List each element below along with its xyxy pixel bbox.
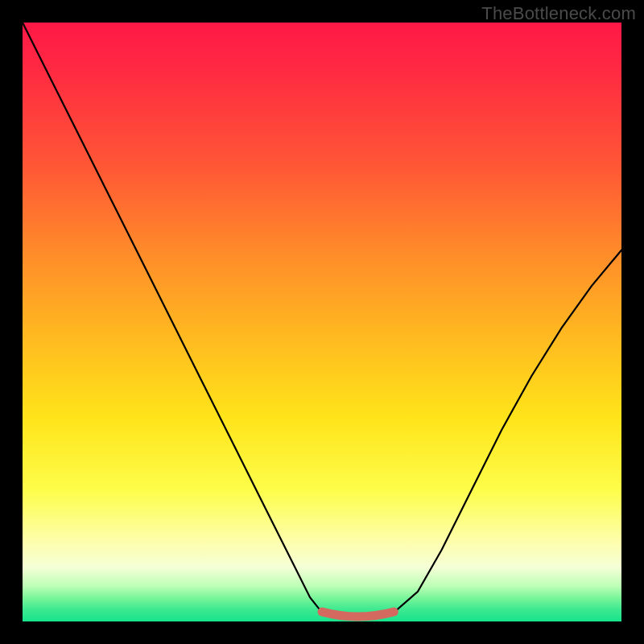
curve-svg [23,23,621,621]
chart-frame: TheBottleneck.com [0,0,644,644]
bottleneck-curve-path [23,23,621,618]
trough-marker-path [322,612,394,617]
plot-area [23,23,621,621]
watermark-text: TheBottleneck.com [481,3,636,24]
